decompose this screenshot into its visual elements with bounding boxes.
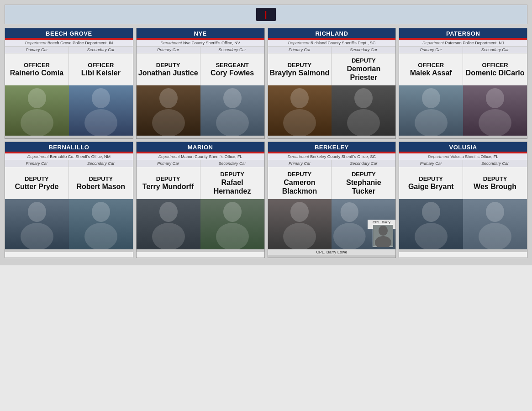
- officers-row-bernalillo: Primary Car DEPUTY Cutter Pryde Secondar…: [5, 160, 133, 199]
- primary-col-marion: Primary Car DEPUTY Terry Mundorff: [137, 160, 200, 199]
- primary-silhouette-berkeley: [281, 199, 318, 249]
- secondary-col-volusia: Secondary Car DEPUTY Wes Brough: [463, 160, 527, 199]
- svg-point-25: [283, 223, 316, 249]
- primary-name-marion: Terry Mundorff: [142, 182, 194, 191]
- primary-name-berkeley: Cameron Blackmon: [270, 178, 330, 195]
- page-wrapper: | BEECH GROVE Department Beech Grove Pol…: [0, 0, 532, 265]
- location-card-beechgrove: BEECH GROVE Department Beech Grove Polic…: [5, 28, 133, 139]
- primary-silhouette-paterson: [413, 85, 449, 136]
- svg-point-21: [152, 223, 185, 249]
- photo-row-volusia: [399, 199, 527, 249]
- bottom-bar-paterson: [399, 136, 527, 138]
- primary-photo-beechgrove: [5, 85, 69, 136]
- secondary-photo: CPL. Barry Lowe: [332, 199, 395, 249]
- secondary-rank-volusia: DEPUTY: [483, 175, 507, 183]
- secondary-col-bernalillo: Secondary Car DEPUTY Robert Mason: [69, 160, 133, 199]
- secondary-photo: [200, 199, 264, 249]
- photo-row-beechgrove: [5, 85, 133, 136]
- svg-point-1: [21, 109, 53, 136]
- bottom-bar-bernalillo: [5, 249, 133, 252]
- dept-label-beechgrove: Department: [25, 41, 48, 45]
- dept-text-bernalillo: Department Bernalillo Co. Sheriff's Offi…: [5, 153, 133, 160]
- primary-silhouette-richland: [281, 85, 318, 136]
- primary-col-paterson: Primary Car OFFICER Malek Assaf: [399, 47, 463, 85]
- officers-row-beechgrove: Primary Car OFFICER Rainerio Comia Secon…: [5, 47, 133, 85]
- primary-car-label-bernalillo: Primary Car: [5, 160, 68, 167]
- primary-name-beechgrove: Rainerio Comia: [10, 68, 63, 77]
- primary-name-block-volusia: DEPUTY Gaige Bryant: [399, 167, 463, 199]
- secondary-silhouette: [345, 85, 382, 136]
- secondary-rank-bernalillo: DEPUTY: [89, 175, 113, 183]
- secondary-photo: [463, 85, 527, 136]
- photo-row-richland: [268, 85, 396, 136]
- secondary-name-block-richland: DEPUTY Demorian Priester: [332, 53, 395, 85]
- secondary-name-paterson: Domenic DiCarlo: [466, 68, 525, 77]
- secondary-car-label-paterson: Secondary Car: [463, 47, 527, 53]
- svg-point-33: [479, 223, 511, 249]
- secondary-silhouette: [83, 85, 119, 136]
- secondary-photo: [463, 199, 527, 249]
- dept-label-nye: Department: [160, 41, 183, 45]
- secondary-name-marion: Rafael Hernandez: [202, 178, 263, 195]
- secondary-col-nye: Secondary Car SERGEANT Cory Fowles: [200, 47, 264, 85]
- secondary-name-block-marion: DEPUTY Rafael Hernandez: [200, 167, 264, 199]
- location-card-volusia: VOLUSIA Department Volusia Sheriff's Off…: [399, 142, 527, 258]
- primary-rank-volusia: DEPUTY: [419, 175, 443, 183]
- svg-point-2: [92, 88, 110, 108]
- location-card-richland: RICHLAND Department Richland County Sher…: [268, 28, 396, 139]
- svg-point-27: [333, 223, 366, 249]
- dept-text-marion: Department Marion County Sheriff's Offic…: [137, 153, 264, 160]
- photo-row-marion: [137, 199, 264, 249]
- primary-name-volusia: Gaige Bryant: [408, 182, 454, 191]
- dept-text-nye: Department Nye County Sheriff's Office, …: [137, 40, 264, 47]
- bottom-bar-berkeley: [268, 255, 396, 258]
- secondary-rank-marion: DEPUTY: [220, 171, 244, 178]
- primary-car-label-beechgrove: Primary Car: [5, 47, 68, 53]
- location-name-volusia: VOLUSIA: [399, 142, 527, 152]
- secondary-col-marion: Secondary Car DEPUTY Rafael Hernandez: [200, 160, 264, 199]
- primary-name-block-marion: DEPUTY Terry Mundorff: [137, 167, 200, 199]
- row1-grid: BEECH GROVE Department Beech Grove Polic…: [5, 28, 527, 139]
- primary-car-label-marion: Primary Car: [137, 160, 200, 167]
- secondary-name-block-beechgrove: OFFICER Libi Keisler: [69, 53, 133, 85]
- svg-point-20: [159, 202, 178, 222]
- primary-name-block-bernalillo: DEPUTY Cutter Pryde: [5, 167, 68, 199]
- secondary-car-label-berkeley: Secondary Car: [332, 160, 395, 167]
- dept-label-marion: Department: [158, 154, 181, 159]
- secondary-silhouette: [214, 199, 251, 249]
- primary-silhouette-marion: [150, 199, 187, 249]
- header: |: [5, 5, 527, 24]
- secondary-col-beechgrove: Secondary Car OFFICER Libi Keisler: [69, 47, 133, 85]
- svg-point-30: [422, 202, 440, 222]
- primary-photo-marion: [137, 199, 200, 249]
- bottom-bar-nye: [137, 136, 264, 138]
- svg-point-10: [354, 88, 373, 108]
- svg-point-28: [379, 226, 388, 236]
- secondary-name-volusia: Wes Brough: [474, 182, 516, 191]
- dept-text-paterson: Department Paterson Police Department, N…: [399, 40, 527, 47]
- location-name-beechgrove: BEECH GROVE: [5, 28, 133, 38]
- svg-point-16: [28, 202, 46, 222]
- location-card-marion: MARION Department Marion County Sheriff'…: [136, 142, 265, 258]
- svg-point-24: [290, 202, 309, 222]
- location-name-bernalillo: BERNALILLO: [5, 142, 133, 152]
- primary-name-paterson: Malek Assaf: [410, 68, 452, 77]
- svg-point-8: [290, 88, 309, 108]
- primary-photo-bernalillo: [5, 199, 69, 249]
- svg-point-31: [415, 223, 448, 249]
- svg-point-14: [486, 88, 504, 108]
- show-logo: |: [181, 8, 351, 21]
- primary-name-block-paterson: OFFICER Malek Assaf: [399, 53, 463, 85]
- dept-label-bernalillo: Department: [27, 154, 50, 159]
- secondary-name-block-nye: SERGEANT Cory Fowles: [200, 53, 264, 85]
- primary-rank-beechgrove: OFFICER: [24, 62, 50, 69]
- dept-label-paterson: Department: [422, 41, 445, 45]
- secondary-col-berkeley: Secondary Car DEPUTY Stephanie Tucker: [332, 160, 395, 199]
- location-name-berkeley: BERKELEY: [268, 142, 396, 152]
- primary-silhouette-nye: [150, 85, 187, 136]
- primary-photo-richland: [268, 85, 332, 136]
- primary-name-nye: Jonathan Justice: [138, 68, 198, 77]
- secondary-car-label-richland: Secondary Car: [332, 47, 395, 53]
- overlay-photo: [373, 224, 393, 247]
- primary-silhouette-volusia: [413, 199, 449, 249]
